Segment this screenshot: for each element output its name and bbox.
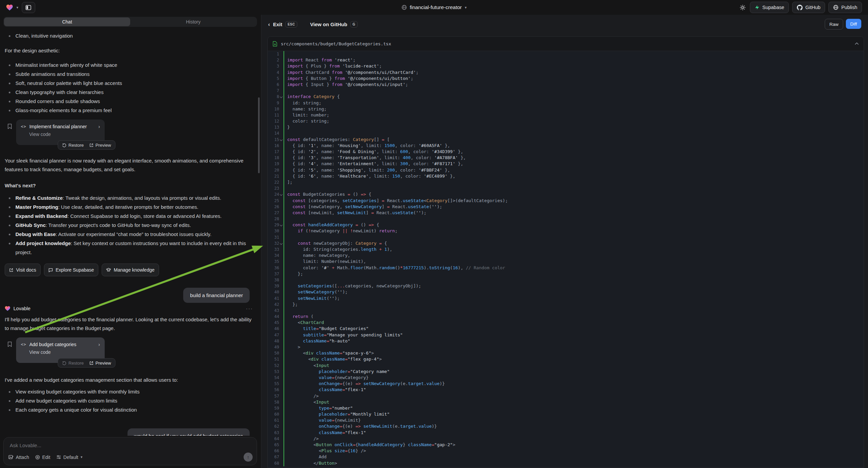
code-line: 36 color: '#' + Math.floor(Math.random()… (268, 265, 864, 271)
chat-scroll[interactable]: Clean, intuitive navigation For the desi… (0, 28, 261, 436)
settings-button[interactable] (740, 4, 746, 11)
chat-tabbar: Chat History (3, 17, 257, 27)
file-added-icon (273, 41, 277, 47)
edit-button[interactable]: Edit (35, 455, 50, 460)
restore-button[interactable]: Restore (62, 143, 84, 148)
manage-knowledge-button[interactable]: Manage knowledge (102, 264, 159, 276)
code-line: 16 { id: '1', name: 'Housing', limit: 15… (268, 143, 864, 149)
code-line: 6import { Input } from '@/components/ui/… (268, 82, 864, 88)
chevron-right-icon[interactable]: › (98, 124, 100, 129)
code-line: 8interface Category { (268, 94, 864, 100)
code-line: 68 </Button> (268, 460, 864, 466)
list-item: Each category gets a unique color for vi… (5, 405, 255, 414)
code-line: 22]; (268, 179, 864, 185)
code-line: 48 className="h-auto" (268, 338, 864, 344)
chevron-down-icon[interactable]: ▾ (17, 6, 19, 9)
code-line: 25 const [categories, setCategories] = R… (268, 198, 864, 204)
chat-input[interactable] (9, 442, 228, 448)
supabase-button[interactable]: Supabase (750, 2, 789, 13)
tab-chat[interactable]: Chat (4, 18, 130, 26)
code-line: 9 id: string; (268, 100, 864, 106)
explore-supabase-button[interactable]: Explore Supabase (44, 264, 98, 276)
code-line: 11 limit: number; (268, 112, 864, 118)
view-code-link[interactable]: View code (29, 350, 100, 355)
restore-button[interactable]: Restore (62, 360, 84, 365)
view-code-link[interactable]: View code (29, 131, 100, 137)
code-line: 63 className="flex-1" (268, 430, 864, 436)
view-on-github-button[interactable]: View on GitHub G (310, 21, 358, 28)
code-header: ‹ Exit ESC View on GitHub G Raw Diff (261, 15, 868, 34)
list-item: Minimalist interface with plenty of whit… (5, 60, 255, 69)
code-line: 24const BudgetCategories = () => { (268, 192, 864, 197)
list-item: Rounded corners and subtle shadows (5, 97, 255, 106)
restore-icon (62, 361, 66, 365)
publish-button[interactable]: Publish (829, 2, 862, 13)
visit-docs-button[interactable]: Visit docs (5, 264, 40, 276)
list-item: Clean, intuitive navigation (5, 31, 255, 40)
tab-history[interactable]: History (130, 18, 256, 26)
ellipsis-icon[interactable]: ··· (246, 305, 253, 311)
code-line: 41 setNewLimit(''); (268, 295, 864, 301)
user-message: build a financial planner (183, 288, 250, 303)
globe-icon (401, 5, 407, 10)
code-lines[interactable]: 1 2import React from 'react';3import { P… (268, 51, 864, 466)
list-item: Master Prompting: Use clear, detailed, a… (5, 202, 255, 211)
chevron-down-icon: ▾ (465, 6, 467, 9)
code-line: 65 <Button onClick={handleAddCategory} c… (268, 442, 864, 448)
chat-scrollbar[interactable] (258, 97, 260, 173)
assistant-summary: Your sleek financial planner is now read… (5, 156, 254, 174)
preview-icon (89, 361, 94, 365)
topbar: ▾ financial-future-creator ▾ (0, 0, 868, 15)
code-line: 19 { id: '4', name: 'Entertainment', lim… (268, 161, 864, 167)
list-item: View existing budget categories with the… (5, 387, 255, 396)
chevron-right-icon[interactable]: › (98, 342, 100, 347)
mode-selector[interactable]: Default ▾ (56, 455, 83, 460)
github-button[interactable]: GitHub (792, 2, 825, 13)
esc-key-hint: ESC (285, 21, 297, 28)
code-line: 5import { Button } from '@/components/ui… (268, 76, 864, 82)
list-item: Clean typography with clear hierarchies (5, 88, 255, 97)
edit-target-icon (35, 455, 40, 460)
attach-button[interactable]: Attach (8, 455, 29, 460)
code-line: 57 /> (268, 393, 864, 399)
diff-toggle-button[interactable]: Diff (846, 19, 861, 29)
send-button[interactable]: ↑ (244, 452, 253, 462)
sidebar-toggle-button[interactable] (22, 2, 35, 13)
bookmark-icon[interactable] (7, 342, 12, 347)
added-bullet-list: View existing budget categories with the… (5, 387, 255, 414)
code-line: 45 <ChartCard (268, 320, 864, 326)
raw-toggle-button[interactable]: Raw (825, 19, 843, 30)
attach-icon (8, 455, 13, 460)
github-icon (797, 5, 803, 10)
code-line: 64 /> (268, 436, 864, 442)
chat-panel: Chat History Clean, intuitive navigation… (0, 15, 261, 468)
code-line: 59 type="number" (268, 405, 864, 411)
code-line: 21 { id: '6', name: 'Healthcare', limit:… (268, 173, 864, 179)
lovable-heart-icon[interactable] (6, 4, 13, 11)
design-bullet-list: Minimalist interface with plenty of whit… (5, 60, 255, 115)
code-panel: ‹ Exit ESC View on GitHub G Raw Diff src… (261, 15, 868, 468)
bookmark-icon[interactable] (7, 123, 12, 129)
file-card: src/components/budget/BudgetCategories.t… (268, 36, 864, 468)
list-item: Refine & Customize: Tweak the design, an… (5, 194, 255, 202)
project-switcher[interactable]: financial-future-creator ▾ (401, 0, 467, 15)
version-actions: Restore Preview (58, 358, 116, 368)
code-line: 40 setNewCategory(''); (268, 289, 864, 295)
code-line: 17 { id: '2', name: 'Food & Dining', lim… (268, 149, 864, 155)
assistant-header: Lovable ··· (5, 305, 255, 311)
code-line: 55 onChange={(e) => setNewCategory(e.tar… (268, 381, 864, 387)
collapse-chevron-icon[interactable] (855, 42, 859, 45)
file-header[interactable]: src/components/budget/BudgetCategories.t… (268, 37, 864, 51)
code-line: 67 Add (268, 454, 864, 460)
code-line: 15const defaultCategories: Category[] = … (268, 137, 864, 143)
chat-bubble-icon (48, 268, 53, 272)
preview-button[interactable]: Preview (89, 143, 111, 148)
code-line: 61 value={newLimit} (268, 417, 864, 423)
exit-button[interactable]: ‹ Exit ESC (268, 21, 297, 28)
version-actions: Restore Preview (58, 140, 116, 150)
code-line: 49 > (268, 344, 864, 350)
restore-icon (62, 143, 66, 147)
code-line: 10 name: string; (268, 106, 864, 112)
added-heading: I've added a new budget categories manag… (5, 376, 255, 384)
preview-button[interactable]: Preview (89, 360, 111, 365)
